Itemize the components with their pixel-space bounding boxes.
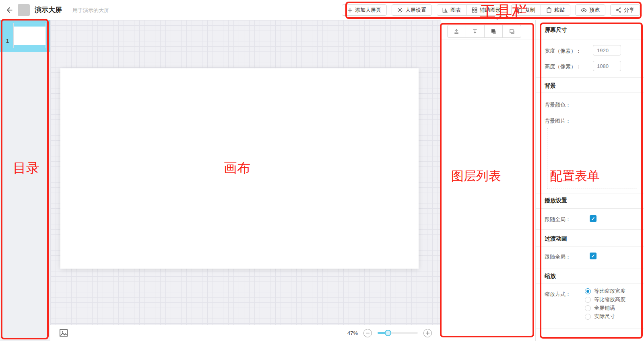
section-background: 背景	[545, 82, 556, 90]
page-subtitle: 用于演示的大屏	[72, 0, 109, 20]
radio-icon	[585, 297, 591, 303]
add-page-button[interactable]: 添加大屏页	[342, 4, 387, 16]
section-screen-size: 屏幕尺寸	[545, 27, 567, 34]
divider	[536, 39, 644, 39]
page-catalog-sidebar: 1	[0, 20, 50, 341]
page-thumbnail-content	[14, 27, 45, 45]
bar-chart-icon	[442, 7, 448, 13]
toolbar: 添加大屏页 大屏设置 图表 辅助图形 复制 粘贴	[342, 0, 640, 20]
scale-option-fullscreen[interactable]: 全屏铺满	[585, 304, 615, 312]
page-number: 1	[6, 38, 9, 44]
design-page-canvas[interactable]	[60, 68, 419, 269]
copy-icon	[517, 7, 522, 13]
clipboard-icon	[546, 7, 552, 13]
transition-follow-global-checkbox[interactable]: ✓	[590, 253, 597, 259]
scale-option-actual-size[interactable]: 实际尺寸	[585, 312, 615, 320]
radio-icon	[585, 314, 591, 320]
move-to-bottom-icon[interactable]	[466, 25, 484, 37]
image-icon	[59, 328, 68, 338]
transition-follow-global-label: 跟随全局：	[545, 253, 571, 261]
radio-selected-icon	[585, 288, 591, 294]
plus-icon	[347, 8, 353, 13]
zoom-slider-handle[interactable]	[385, 330, 391, 336]
canvas-bottom-bar: 47%	[50, 325, 441, 341]
scale-mode-label: 缩放方式：	[545, 291, 571, 298]
plus-icon	[425, 331, 430, 335]
gear-icon	[397, 7, 403, 13]
width-label: 宽度（像素）：	[545, 47, 581, 55]
copy-button[interactable]: 复制	[512, 5, 541, 15]
bring-forward-icon[interactable]	[484, 25, 503, 37]
play-follow-global-checkbox[interactable]: ✓	[590, 215, 597, 222]
play-follow-global-label: 跟随全局：	[545, 216, 571, 223]
radio-icon	[585, 305, 591, 311]
divider	[536, 329, 644, 329]
background-image-label: 背景图片：	[545, 117, 571, 125]
canvas-area: 47%	[50, 20, 441, 341]
paste-button[interactable]: 粘贴	[541, 5, 570, 15]
divider	[536, 269, 644, 269]
divider	[536, 208, 644, 209]
divider	[536, 229, 644, 230]
zoom-controls: 47%	[347, 329, 432, 337]
clipboard-group: 复制 粘贴	[511, 4, 570, 16]
section-play-settings: 播放设置	[545, 197, 567, 204]
share-icon	[616, 7, 621, 13]
divider	[536, 193, 644, 193]
zoom-out-button[interactable]	[363, 329, 372, 337]
aux-graphic-button[interactable]: 辅助图形	[466, 5, 506, 15]
scale-option-height[interactable]: 等比缩放高度	[585, 296, 625, 304]
divider	[536, 246, 644, 247]
chart-button[interactable]: 图表	[437, 5, 466, 15]
zoom-in-button[interactable]	[423, 329, 432, 337]
app-logo	[18, 4, 30, 16]
page-thumbnail	[13, 23, 46, 48]
header-bar: 演示大屏 用于演示的大屏 添加大屏页 大屏设置 图表 辅助图形 复制	[0, 0, 644, 20]
share-button[interactable]: 分享	[610, 4, 640, 16]
send-backward-icon[interactable]	[502, 25, 521, 37]
grid-shapes-icon	[472, 7, 477, 13]
config-form-panel: 屏幕尺寸 宽度（像素）： 高度（像素）： 背景 背景颜色： 背景图片： 播放设置…	[535, 20, 644, 341]
page-list-item-selected[interactable]: 1	[0, 20, 50, 52]
preview-button[interactable]: 预览	[575, 4, 605, 16]
layer-order-toolbar	[447, 25, 521, 38]
move-to-top-icon[interactable]	[448, 25, 466, 37]
section-transition: 过渡动画	[545, 235, 567, 242]
scale-option-width[interactable]: 等比缩放宽度	[585, 287, 625, 295]
eye-icon	[581, 7, 587, 13]
divider	[536, 283, 644, 284]
divider	[536, 77, 644, 78]
screen-settings-button[interactable]: 大屏设置	[392, 4, 432, 16]
layer-list-panel	[441, 20, 535, 341]
width-input[interactable]	[593, 45, 621, 55]
minus-icon	[365, 331, 370, 335]
page-title: 演示大屏	[35, 0, 62, 20]
back-icon[interactable]	[5, 5, 14, 15]
insert-group: 图表 辅助图形	[437, 4, 506, 16]
zoom-percentage: 47%	[347, 330, 358, 336]
layer-panel-divider	[441, 39, 535, 39]
height-label: 高度（像素）：	[545, 63, 581, 70]
background-color-label: 背景颜色：	[545, 101, 571, 109]
height-input[interactable]	[593, 61, 621, 71]
divider	[536, 92, 644, 93]
thumbnail-toggle-icon[interactable]	[58, 328, 69, 338]
section-scale: 缩放	[545, 273, 556, 280]
zoom-slider[interactable]	[378, 332, 418, 334]
background-image-upload[interactable]	[547, 128, 637, 189]
